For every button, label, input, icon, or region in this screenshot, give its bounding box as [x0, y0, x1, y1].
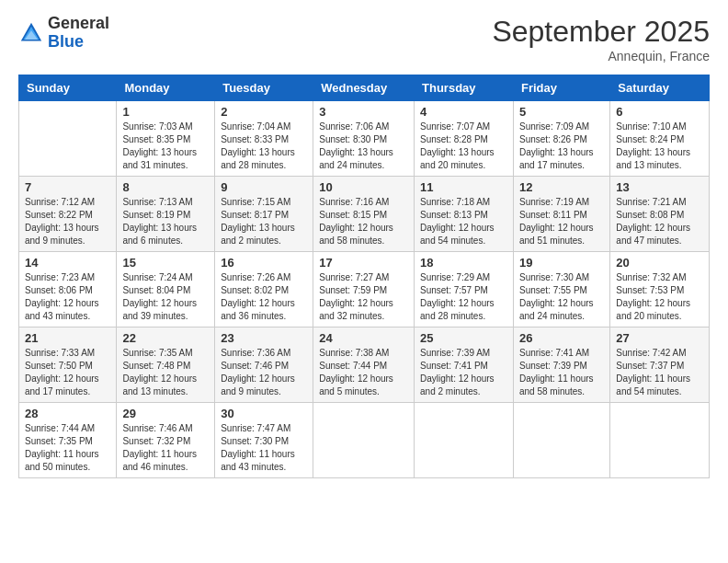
day-number: 8 [122, 180, 209, 194]
day-number: 13 [616, 180, 703, 194]
day-info: Sunrise: 7:24 AMSunset: 8:04 PMDaylight:… [122, 271, 209, 323]
calendar-cell: 2Sunrise: 7:04 AMSunset: 8:33 PMDaylight… [215, 101, 313, 177]
day-number: 17 [319, 256, 408, 270]
day-info: Sunrise: 7:13 AMSunset: 8:19 PMDaylight:… [122, 196, 209, 247]
day-number: 18 [420, 256, 507, 270]
day-number: 6 [616, 105, 703, 119]
calendar-cell: 4Sunrise: 7:07 AMSunset: 8:28 PMDaylight… [415, 101, 514, 177]
day-info: Sunrise: 7:10 AMSunset: 8:24 PMDaylight:… [616, 121, 703, 172]
day-info: Sunrise: 7:07 AMSunset: 8:28 PMDaylight:… [420, 121, 507, 172]
calendar-cell: 29Sunrise: 7:46 AMSunset: 7:32 PMDayligh… [117, 403, 215, 478]
day-number: 9 [221, 180, 307, 194]
calendar-cell: 27Sunrise: 7:42 AMSunset: 7:37 PMDayligh… [610, 327, 710, 403]
day-info: Sunrise: 7:12 AMSunset: 8:22 PMDaylight:… [25, 196, 110, 247]
calendar-cell: 26Sunrise: 7:41 AMSunset: 7:39 PMDayligh… [513, 327, 609, 403]
day-header-wednesday: Wednesday [313, 75, 415, 101]
day-info: Sunrise: 7:06 AMSunset: 8:30 PMDaylight:… [319, 121, 408, 172]
calendar-cell [313, 403, 415, 478]
calendar-cell: 22Sunrise: 7:35 AMSunset: 7:48 PMDayligh… [117, 327, 215, 403]
calendar-cell: 13Sunrise: 7:21 AMSunset: 8:08 PMDayligh… [610, 177, 710, 252]
day-header-saturday: Saturday [610, 75, 710, 101]
day-info: Sunrise: 7:38 AMSunset: 7:44 PMDaylight:… [319, 347, 408, 398]
calendar-table: SundayMondayTuesdayWednesdayThursdayFrid… [18, 75, 710, 478]
calendar-cell: 20Sunrise: 7:32 AMSunset: 7:53 PMDayligh… [610, 252, 710, 327]
day-number: 23 [221, 331, 307, 345]
calendar-cell: 28Sunrise: 7:44 AMSunset: 7:35 PMDayligh… [19, 403, 117, 478]
day-info: Sunrise: 7:16 AMSunset: 8:15 PMDaylight:… [319, 196, 408, 247]
day-info: Sunrise: 7:21 AMSunset: 8:08 PMDaylight:… [616, 196, 703, 247]
logo-line1: General [48, 15, 109, 33]
day-number: 3 [319, 105, 408, 119]
calendar-cell: 1Sunrise: 7:03 AMSunset: 8:35 PMDaylight… [117, 101, 215, 177]
logo-line2: Blue [48, 33, 109, 52]
calendar-week-2: 14Sunrise: 7:23 AMSunset: 8:06 PMDayligh… [19, 252, 710, 327]
calendar-cell: 30Sunrise: 7:47 AMSunset: 7:30 PMDayligh… [215, 403, 313, 478]
day-number: 25 [420, 331, 507, 345]
day-number: 15 [122, 256, 209, 270]
day-number: 26 [519, 331, 604, 345]
day-info: Sunrise: 7:09 AMSunset: 8:26 PMDaylight:… [519, 121, 604, 172]
logo-text: General Blue [48, 15, 109, 52]
day-info: Sunrise: 7:39 AMSunset: 7:41 PMDaylight:… [420, 347, 507, 398]
day-number: 27 [616, 331, 703, 345]
header: General Blue September 2025 Annequin, Fr… [18, 15, 710, 63]
calendar-cell: 18Sunrise: 7:29 AMSunset: 7:57 PMDayligh… [415, 252, 514, 327]
calendar-cell: 11Sunrise: 7:18 AMSunset: 8:13 PMDayligh… [415, 177, 514, 252]
calendar-cell: 19Sunrise: 7:30 AMSunset: 7:55 PMDayligh… [513, 252, 609, 327]
day-number: 5 [519, 105, 604, 119]
day-number: 4 [420, 105, 507, 119]
day-info: Sunrise: 7:04 AMSunset: 8:33 PMDaylight:… [221, 121, 307, 172]
day-info: Sunrise: 7:30 AMSunset: 7:55 PMDaylight:… [519, 271, 604, 323]
calendar-cell [19, 101, 117, 177]
calendar-cell [513, 403, 609, 478]
day-info: Sunrise: 7:18 AMSunset: 8:13 PMDaylight:… [420, 196, 507, 247]
day-info: Sunrise: 7:41 AMSunset: 7:39 PMDaylight:… [519, 347, 604, 398]
calendar-header-row: SundayMondayTuesdayWednesdayThursdayFrid… [19, 75, 710, 101]
day-info: Sunrise: 7:29 AMSunset: 7:57 PMDaylight:… [420, 271, 507, 323]
day-number: 14 [25, 256, 110, 270]
calendar-cell: 5Sunrise: 7:09 AMSunset: 8:26 PMDaylight… [513, 101, 609, 177]
logo-icon [18, 20, 44, 46]
page: General Blue September 2025 Annequin, Fr… [0, 0, 728, 563]
calendar-week-4: 28Sunrise: 7:44 AMSunset: 7:35 PMDayligh… [19, 403, 710, 478]
day-info: Sunrise: 7:23 AMSunset: 8:06 PMDaylight:… [25, 271, 110, 323]
logo: General Blue [18, 15, 109, 52]
day-header-sunday: Sunday [19, 75, 117, 101]
day-info: Sunrise: 7:42 AMSunset: 7:37 PMDaylight:… [616, 347, 703, 398]
calendar-cell: 6Sunrise: 7:10 AMSunset: 8:24 PMDaylight… [610, 101, 710, 177]
calendar-cell: 21Sunrise: 7:33 AMSunset: 7:50 PMDayligh… [19, 327, 117, 403]
day-info: Sunrise: 7:46 AMSunset: 7:32 PMDaylight:… [122, 422, 209, 474]
day-number: 7 [25, 180, 110, 194]
calendar-cell [610, 403, 710, 478]
day-info: Sunrise: 7:27 AMSunset: 7:59 PMDaylight:… [319, 271, 408, 323]
day-number: 1 [122, 105, 209, 119]
day-info: Sunrise: 7:47 AMSunset: 7:30 PMDaylight:… [221, 422, 307, 474]
day-header-tuesday: Tuesday [215, 75, 313, 101]
day-number: 12 [519, 180, 604, 194]
day-number: 16 [221, 256, 307, 270]
calendar-cell: 3Sunrise: 7:06 AMSunset: 8:30 PMDaylight… [313, 101, 415, 177]
calendar-cell: 12Sunrise: 7:19 AMSunset: 8:11 PMDayligh… [513, 177, 609, 252]
calendar-week-0: 1Sunrise: 7:03 AMSunset: 8:35 PMDaylight… [19, 101, 710, 177]
calendar-cell: 25Sunrise: 7:39 AMSunset: 7:41 PMDayligh… [415, 327, 514, 403]
calendar-cell: 23Sunrise: 7:36 AMSunset: 7:46 PMDayligh… [215, 327, 313, 403]
day-number: 21 [25, 331, 110, 345]
subtitle: Annequin, France [492, 49, 710, 63]
day-number: 28 [25, 407, 110, 420]
calendar-cell: 15Sunrise: 7:24 AMSunset: 8:04 PMDayligh… [117, 252, 215, 327]
day-header-thursday: Thursday [415, 75, 514, 101]
day-info: Sunrise: 7:33 AMSunset: 7:50 PMDaylight:… [25, 347, 110, 398]
calendar-cell: 16Sunrise: 7:26 AMSunset: 8:02 PMDayligh… [215, 252, 313, 327]
calendar-cell: 17Sunrise: 7:27 AMSunset: 7:59 PMDayligh… [313, 252, 415, 327]
title-block: September 2025 Annequin, France [492, 15, 710, 63]
day-info: Sunrise: 7:32 AMSunset: 7:53 PMDaylight:… [616, 271, 703, 323]
day-number: 10 [319, 180, 408, 194]
calendar-cell: 10Sunrise: 7:16 AMSunset: 8:15 PMDayligh… [313, 177, 415, 252]
day-number: 19 [519, 256, 604, 270]
day-number: 24 [319, 331, 408, 345]
calendar-cell: 14Sunrise: 7:23 AMSunset: 8:06 PMDayligh… [19, 252, 117, 327]
day-header-friday: Friday [513, 75, 609, 101]
day-info: Sunrise: 7:15 AMSunset: 8:17 PMDaylight:… [221, 196, 307, 247]
day-info: Sunrise: 7:03 AMSunset: 8:35 PMDaylight:… [122, 121, 209, 172]
calendar-cell: 9Sunrise: 7:15 AMSunset: 8:17 PMDaylight… [215, 177, 313, 252]
